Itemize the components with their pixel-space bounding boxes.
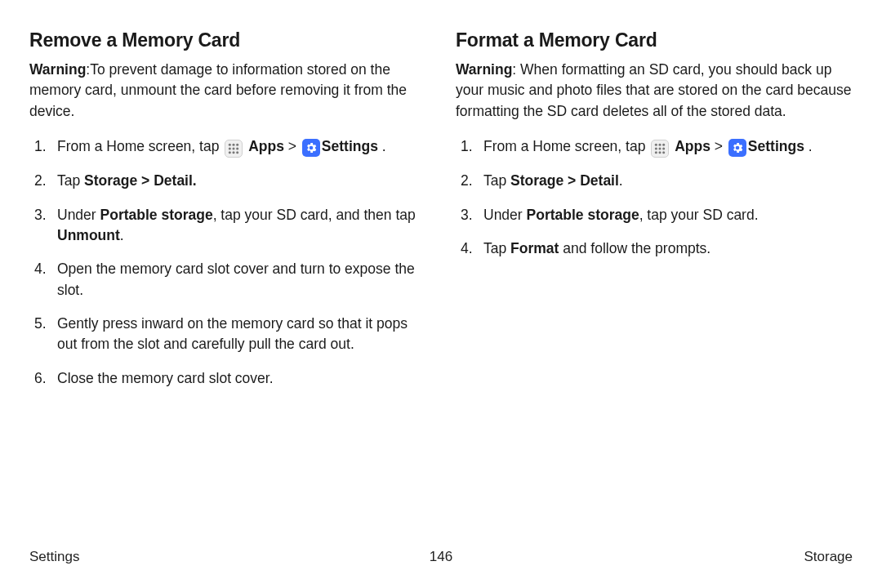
format-warning: Warning: When formatting an SD card, you… xyxy=(456,60,853,122)
left-column: Remove a Memory Card Warning:To prevent … xyxy=(29,29,426,402)
svg-point-7 xyxy=(233,151,235,154)
format-steps: From a Home screen, tap Apps > Settings … xyxy=(456,136,853,259)
right-column: Format a Memory Card Warning: When forma… xyxy=(456,29,853,402)
apps-icon xyxy=(651,140,669,158)
remove-step-4: Open the memory card slot cover and turn… xyxy=(29,259,426,301)
warning-text: :To prevent damage to information stored… xyxy=(29,61,407,119)
warning-label: Warning xyxy=(456,61,512,78)
settings-label: Settings xyxy=(748,138,804,154)
warning-text: : When formatting an SD card, you should… xyxy=(456,61,851,119)
remove-step-1: From a Home screen, tap Apps > Settings … xyxy=(29,136,426,158)
svg-point-14 xyxy=(662,148,665,150)
svg-point-5 xyxy=(236,148,238,150)
svg-point-13 xyxy=(659,148,662,150)
remove-warning: Warning:To prevent damage to information… xyxy=(29,60,426,122)
format-heading: Format a Memory Card xyxy=(456,29,853,51)
apps-icon xyxy=(225,140,243,158)
svg-point-9 xyxy=(655,144,657,146)
apps-label: Apps xyxy=(675,138,710,154)
svg-point-15 xyxy=(655,151,657,154)
svg-point-8 xyxy=(236,151,238,154)
content-columns: Remove a Memory Card Warning:To prevent … xyxy=(29,29,853,402)
remove-step-3: Under Portable storage, tap your SD card… xyxy=(29,205,426,247)
apps-label: Apps xyxy=(248,138,284,154)
svg-point-3 xyxy=(229,148,231,150)
svg-point-4 xyxy=(233,148,235,150)
remove-step-6: Close the memory card slot cover. xyxy=(29,368,426,389)
svg-point-12 xyxy=(655,148,657,150)
svg-point-2 xyxy=(236,144,238,146)
footer-right: Storage xyxy=(804,549,853,565)
remove-heading: Remove a Memory Card xyxy=(29,29,426,51)
format-step-1: From a Home screen, tap Apps > Settings … xyxy=(456,136,853,158)
format-step-4: Tap Format and follow the prompts. xyxy=(456,238,853,259)
warning-label: Warning xyxy=(29,61,86,78)
svg-point-16 xyxy=(659,151,662,154)
svg-point-10 xyxy=(659,144,662,146)
svg-point-11 xyxy=(662,144,665,146)
remove-step-5: Gently press inward on the memory card s… xyxy=(29,314,426,355)
settings-label: Settings xyxy=(322,138,378,154)
settings-icon xyxy=(728,139,746,157)
svg-point-6 xyxy=(229,151,231,154)
svg-point-17 xyxy=(662,151,665,154)
footer-page-number: 146 xyxy=(430,549,452,565)
format-step-2: Tap Storage > Detail. xyxy=(456,171,853,191)
settings-icon xyxy=(302,139,320,157)
remove-steps: From a Home screen, tap Apps > Settings … xyxy=(29,136,426,389)
svg-point-0 xyxy=(229,144,231,146)
svg-point-1 xyxy=(233,144,235,146)
footer-left: Settings xyxy=(29,549,79,565)
remove-step-2: Tap Storage > Detail. xyxy=(29,171,426,191)
page-footer: Settings 146 Storage xyxy=(0,549,882,565)
format-step-3: Under Portable storage, tap your SD card… xyxy=(456,205,853,225)
